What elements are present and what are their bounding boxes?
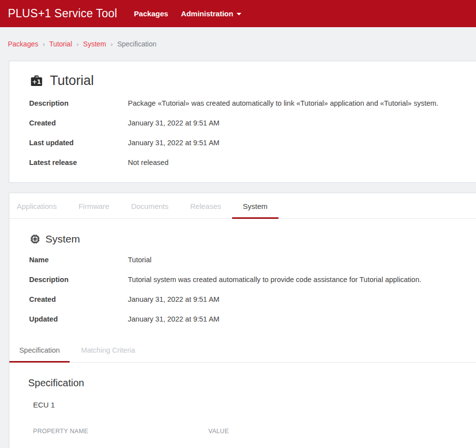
package-tabs: Applications Firmware Documents Releases…	[9, 193, 476, 219]
detail-card: Applications Firmware Documents Releases…	[9, 193, 476, 448]
app-bar: PLUS+1 Service Tool Packages Administrat…	[0, 0, 476, 27]
nav-administration[interactable]: Administration	[181, 9, 242, 18]
detail-row-updated: Updated January 31, 2022 at 9:51 AM	[29, 315, 465, 324]
breadcrumb: Packages › Tutorial › System › Specifica…	[0, 27, 476, 61]
detail-value: January 31, 2022 at 9:51 AM	[128, 315, 219, 324]
package-card: +1 Tutorial Description Package «Tutoria…	[9, 61, 476, 183]
detail-value: Not released	[128, 158, 168, 167]
app-title: PLUS+1 Service Tool	[8, 7, 117, 20]
package-title: Tutorial	[50, 73, 94, 88]
detail-value: January 31, 2022 at 9:51 AM	[128, 119, 219, 128]
breadcrumb-tutorial[interactable]: Tutorial	[49, 40, 72, 48]
chip-icon	[29, 233, 41, 245]
detail-value: January 31, 2022 at 9:51 AM	[128, 295, 219, 304]
detail-value: Tutorial system was created automaticall…	[128, 275, 421, 285]
chevron-down-icon	[237, 13, 241, 15]
detail-value: Tutorial	[128, 255, 152, 265]
subtab-matching-criteria[interactable]: Matching Criteria	[70, 337, 147, 363]
detail-row-created: Created January 31, 2022 at 9:51 AM	[29, 119, 465, 128]
breadcrumb-current: Specification	[117, 40, 156, 48]
subtab-specification[interactable]: Specification	[9, 337, 70, 363]
tab-applications[interactable]: Applications	[9, 193, 68, 219]
detail-row-created: Created January 31, 2022 at 9:51 AM	[29, 295, 465, 304]
detail-value: January 31, 2022 at 9:51 AM	[128, 138, 219, 148]
detail-label: Last updated	[29, 138, 128, 148]
nav-administration-label: Administration	[181, 9, 234, 18]
svg-text:+1: +1	[32, 78, 41, 85]
tab-documents[interactable]: Documents	[120, 193, 179, 219]
tab-firmware[interactable]: Firmware	[68, 193, 120, 219]
nav-packages[interactable]: Packages	[134, 9, 168, 18]
detail-row-description: Description Package «Tutorial» was creat…	[29, 99, 465, 108]
detail-label: Created	[29, 119, 128, 128]
detail-row-name: Name Tutorial	[29, 255, 465, 265]
detail-value: Package «Tutorial» was created automatic…	[128, 99, 438, 108]
breadcrumb-separator: ›	[42, 41, 44, 48]
ecu-group-label: ECU 1	[33, 401, 465, 409]
detail-row-last-updated: Last updated January 31, 2022 at 9:51 AM	[29, 138, 465, 148]
app-nav: Packages Administration	[134, 9, 241, 18]
breadcrumb-separator: ›	[111, 41, 113, 48]
tab-system[interactable]: System	[232, 193, 278, 219]
breadcrumb-packages[interactable]: Packages	[8, 40, 38, 48]
detail-label: Latest release	[29, 158, 128, 167]
specification-section: Specification ECU 1 PROPERTY NAME VALUE	[9, 363, 476, 448]
column-header-property-name: PROPERTY NAME	[33, 428, 208, 435]
column-header-value: VALUE	[208, 428, 229, 435]
breadcrumb-separator: ›	[77, 41, 79, 48]
detail-row-description: Description Tutorial system was created …	[29, 275, 465, 285]
system-sub-tabs: Specification Matching Criteria	[9, 337, 476, 363]
package-details: Description Package «Tutorial» was creat…	[29, 99, 465, 167]
specification-title: Specification	[28, 377, 465, 389]
spec-table-header: PROPERTY NAME VALUE	[33, 428, 465, 435]
nav-packages-label: Packages	[134, 9, 168, 18]
detail-label: Name	[29, 255, 128, 265]
system-details: Name Tutorial Description Tutorial syste…	[29, 255, 465, 324]
detail-label: Updated	[29, 315, 128, 324]
system-section: System Name Tutorial Description Tutoria…	[9, 219, 476, 337]
toolbox-plus1-icon: +1	[29, 74, 44, 88]
breadcrumb-system[interactable]: System	[83, 40, 106, 48]
detail-label: Created	[29, 295, 128, 304]
tab-releases[interactable]: Releases	[179, 193, 232, 219]
system-section-title: System	[45, 233, 80, 245]
detail-label: Description	[29, 99, 128, 108]
detail-label: Description	[29, 275, 128, 285]
detail-row-latest-release: Latest release Not released	[29, 158, 465, 167]
